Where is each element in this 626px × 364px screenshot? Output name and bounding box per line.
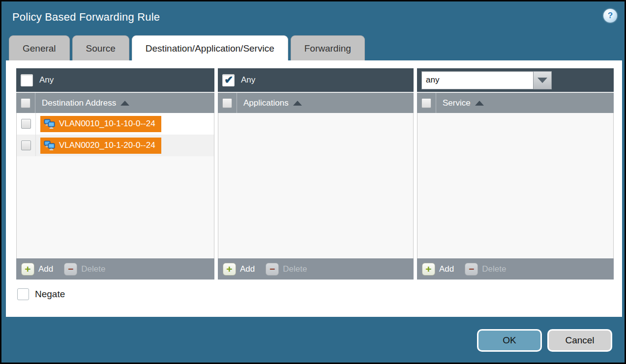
applications-select-all-checkbox[interactable]: [222, 98, 232, 108]
negate-row: Negate: [17, 288, 65, 300]
destination-header-label: Destination Address: [42, 98, 116, 108]
ok-button[interactable]: OK: [477, 329, 542, 352]
chevron-down-icon: [537, 78, 547, 83]
tab-destination-application-service[interactable]: Destination/Application/Service: [132, 35, 288, 60]
address-object-label: VLAN0020_10-1-20-0--24: [59, 140, 155, 150]
delete-button[interactable]: − Delete: [64, 263, 105, 276]
table-row: VLAN0020_10-1-20-0--24: [17, 135, 214, 156]
service-select-all-checkbox[interactable]: [421, 98, 431, 108]
divider: [237, 93, 237, 113]
plus-icon: +: [223, 263, 236, 276]
service-dropdown-row: any: [417, 68, 614, 92]
applications-toolbar: + Add − Delete: [218, 258, 414, 280]
service-column: any Service + Add − Delete: [417, 68, 614, 280]
tab-source[interactable]: Source: [72, 35, 129, 60]
applications-column: Any Applications + Add − Delete: [218, 68, 414, 280]
tab-forwarding[interactable]: Forwarding: [291, 35, 365, 60]
service-toolbar: + Add − Delete: [417, 258, 614, 280]
table-row: VLAN0010_10-1-10-0--24: [17, 113, 214, 135]
plus-icon: +: [422, 263, 435, 276]
applications-any-label: Any: [241, 75, 255, 85]
service-dropdown[interactable]: any: [421, 71, 552, 89]
destination-toolbar: + Add − Delete: [16, 258, 214, 280]
delete-button-label: Delete: [81, 264, 105, 274]
minus-icon: −: [266, 263, 279, 276]
negate-checkbox[interactable]: [17, 288, 29, 300]
row-checkbox[interactable]: [21, 119, 31, 129]
applications-list: [218, 113, 414, 258]
applications-any-row: Any: [218, 68, 414, 92]
service-header-label: Service: [443, 98, 471, 108]
address-object[interactable]: VLAN0010_10-1-10-0--24: [40, 116, 161, 132]
address-object-label: VLAN0010_10-1-10-0--24: [59, 119, 155, 129]
minus-icon: −: [465, 263, 478, 276]
dialog-title: Policy Based Forwarding Rule: [12, 11, 160, 24]
sort-ascending-icon: [293, 101, 302, 106]
destination-select-all-checkbox[interactable]: [21, 98, 30, 108]
destination-column: Any Destination Address: [16, 68, 214, 280]
tab-general[interactable]: General: [9, 35, 70, 60]
add-button-label: Add: [240, 264, 255, 274]
negate-label: Negate: [35, 289, 65, 300]
cancel-button[interactable]: Cancel: [547, 329, 612, 352]
destination-any-label: Any: [39, 75, 54, 85]
divider: [35, 93, 35, 113]
sort-ascending-icon: [475, 101, 484, 106]
destination-any-checkbox[interactable]: [21, 74, 33, 86]
divider: [436, 93, 436, 113]
sort-ascending-icon: [120, 101, 129, 106]
divider: [35, 135, 36, 156]
service-dropdown-value[interactable]: any: [421, 71, 534, 89]
add-button[interactable]: + Add: [422, 263, 454, 276]
plus-icon: +: [21, 263, 34, 276]
dropdown-arrow-button[interactable]: [534, 71, 552, 89]
applications-column-header[interactable]: Applications: [218, 92, 414, 113]
service-list: [417, 113, 614, 258]
add-button[interactable]: + Add: [223, 263, 255, 276]
applications-header-label: Applications: [243, 98, 289, 108]
network-icon: [44, 118, 56, 129]
add-button-label: Add: [439, 264, 454, 274]
network-icon: [44, 140, 56, 151]
delete-button[interactable]: − Delete: [266, 263, 307, 276]
policy-based-forwarding-dialog: Policy Based Forwarding Rule General Sou…: [0, 0, 626, 364]
tab-bar: General Source Destination/Application/S…: [9, 35, 365, 60]
delete-button[interactable]: − Delete: [465, 263, 506, 276]
minus-icon: −: [64, 263, 77, 276]
row-checkbox[interactable]: [21, 140, 31, 150]
divider: [35, 113, 36, 135]
delete-button-label: Delete: [482, 264, 506, 274]
help-icon[interactable]: [603, 9, 617, 23]
add-button[interactable]: + Add: [21, 263, 53, 276]
delete-button-label: Delete: [283, 264, 307, 274]
service-column-header[interactable]: Service: [417, 92, 614, 113]
address-object[interactable]: VLAN0020_10-1-20-0--24: [40, 138, 161, 154]
destination-list: VLAN0010_10-1-10-0--24: [16, 113, 214, 258]
applications-any-checkbox[interactable]: [222, 74, 235, 86]
add-button-label: Add: [38, 264, 53, 274]
destination-any-row: Any: [16, 68, 214, 92]
destination-column-header[interactable]: Destination Address: [16, 92, 214, 113]
